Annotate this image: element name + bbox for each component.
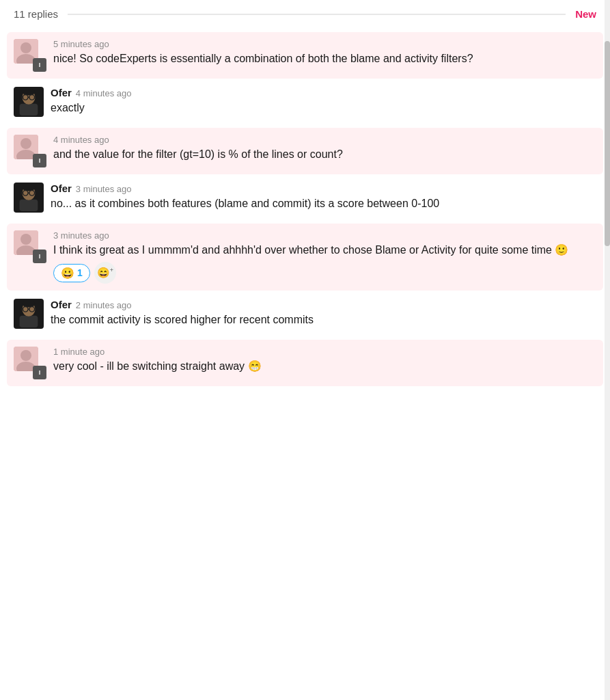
message-content: Ofer 3 minutes ago no... as it combines …	[51, 183, 596, 211]
message-row-ofer: Ofer 2 minutes ago the commit activity i…	[14, 299, 610, 329]
svg-point-12	[20, 138, 31, 149]
timestamp: 1 minute ago	[53, 347, 105, 357]
timestamp: 3 minutes ago	[53, 230, 109, 241]
message-text: nice! So codeExperts is essentially a co…	[53, 51, 590, 66]
timestamp: 3 minutes ago	[76, 184, 132, 194]
message-content: Ofer 4 minutes ago exactly	[51, 87, 596, 116]
sender-name: Ofer	[51, 183, 72, 194]
message-meta: Ofer 4 minutes ago	[51, 87, 596, 98]
reactions-row: 😀 1 😄+	[53, 262, 590, 284]
avatar-stack: I	[14, 230, 46, 263]
ofer-avatar	[14, 183, 44, 213]
svg-rect-14	[20, 200, 38, 211]
divider	[68, 14, 566, 15]
scrollbar-track[interactable]	[605, 0, 610, 700]
messages-container: I 5 minutes ago nice! So codeExperts is …	[0, 27, 610, 408]
thread-header: 11 replies New	[0, 0, 610, 27]
scrollbar-thumb[interactable]	[605, 41, 610, 246]
reaction-pill[interactable]: 😀 1	[53, 264, 90, 282]
message-content: 3 minutes ago I think its great as I umm…	[53, 230, 590, 284]
message-meta: 3 minutes ago	[53, 230, 590, 241]
message-row: I 4 minutes ago and the value for the fi…	[7, 128, 603, 174]
svg-point-1	[20, 42, 31, 53]
timestamp: 5 minutes ago	[53, 39, 109, 49]
svg-point-16	[22, 185, 35, 191]
avatar-stack: I	[14, 347, 46, 379]
svg-rect-3	[20, 104, 38, 116]
message-row-ofer: Ofer 4 minutes ago exactly	[14, 87, 610, 117]
message-content: 5 minutes ago nice! So codeExperts is es…	[53, 39, 590, 66]
ofer-avatar	[14, 299, 44, 329]
timestamp: 2 minutes ago	[76, 300, 132, 310]
svg-line-32	[35, 309, 36, 310]
message-meta: 1 minute ago	[53, 347, 590, 357]
timestamp: 4 minutes ago	[76, 88, 132, 98]
svg-point-5	[22, 89, 35, 96]
svg-line-31	[22, 309, 23, 310]
message-text: and the value for the filter (gt=10) is …	[53, 146, 590, 162]
avatar-letter-badge: I	[33, 250, 46, 263]
avatar-letter: I	[39, 369, 41, 376]
add-reaction-icon: 😄+	[97, 267, 113, 279]
message-row: I 3 minutes ago I think its great as I u…	[7, 224, 603, 291]
svg-line-21	[35, 192, 36, 193]
message-text: the commit activity is scored higher for…	[51, 312, 596, 327]
reaction-emoji: 😀	[61, 267, 74, 280]
svg-line-9	[22, 96, 23, 97]
replies-count: 11 replies	[14, 8, 58, 20]
message-meta: Ofer 2 minutes ago	[51, 299, 596, 310]
avatar-letter-badge: I	[33, 366, 46, 379]
message-text: very cool - ill be switching straight aw…	[53, 358, 590, 374]
sender-name: Ofer	[51, 299, 72, 310]
message-text: exactly	[51, 100, 596, 116]
message-row: I 5 minutes ago nice! So codeExperts is …	[7, 32, 603, 79]
message-meta: 4 minutes ago	[53, 135, 590, 145]
ofer-avatar	[14, 87, 44, 117]
svg-line-20	[22, 192, 23, 193]
svg-point-34	[20, 350, 31, 361]
avatar-letter-badge: I	[33, 58, 46, 72]
svg-point-27	[22, 301, 35, 308]
reaction-count: 1	[77, 267, 83, 278]
message-meta: 5 minutes ago	[53, 39, 590, 49]
avatar-letter-badge: I	[33, 154, 46, 167]
new-badge: New	[575, 8, 596, 20]
message-text: no... as it combines both features (blam…	[51, 196, 596, 211]
message-row-ofer: Ofer 3 minutes ago no... as it combines …	[14, 183, 610, 213]
svg-line-10	[35, 96, 36, 97]
message-content: Ofer 2 minutes ago the commit activity i…	[51, 299, 596, 327]
message-row: I 1 minute ago very cool - ill be switch…	[7, 340, 603, 386]
svg-rect-25	[20, 316, 38, 327]
avatar-letter: I	[39, 62, 41, 68]
avatar-letter: I	[39, 157, 41, 164]
timestamp: 4 minutes ago	[53, 135, 109, 145]
avatar-stack: I	[14, 39, 46, 72]
avatar-letter: I	[39, 253, 41, 260]
message-content: 1 minute ago very cool - ill be switchin…	[53, 347, 590, 374]
message-text: I think its great as I ummmm'd and ahhhh…	[53, 242, 590, 258]
avatar-stack: I	[14, 135, 46, 167]
message-meta: Ofer 3 minutes ago	[51, 183, 596, 194]
message-content: 4 minutes ago and the value for the filt…	[53, 135, 590, 162]
add-reaction-button[interactable]: 😄+	[94, 262, 116, 284]
svg-point-23	[20, 234, 31, 245]
sender-name: Ofer	[51, 87, 72, 98]
